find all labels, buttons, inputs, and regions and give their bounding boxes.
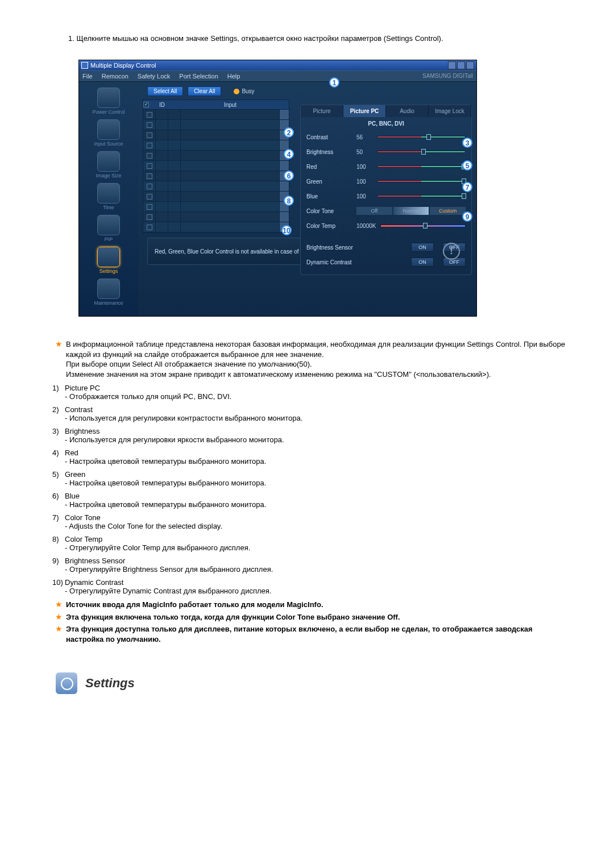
list-item: 3)Brightness- Используется для регулиров… xyxy=(52,427,569,444)
item-number: 1) xyxy=(52,384,65,401)
table-row[interactable] xyxy=(143,120,289,130)
callout-2: 2 xyxy=(284,127,294,138)
select-all-button[interactable]: Select All xyxy=(147,86,183,96)
table-row[interactable] xyxy=(143,130,289,140)
setting-label: Color Temp xyxy=(306,223,356,229)
item-title: Contrast xyxy=(65,405,93,414)
table-row[interactable] xyxy=(143,140,289,151)
table-row[interactable] xyxy=(143,110,289,120)
tab-audio[interactable]: Audio xyxy=(386,105,429,117)
menu-bar: File Remocon Safety Lock Port Selection … xyxy=(79,70,476,82)
setting-label: Color Tone xyxy=(306,208,356,214)
tab-picture[interactable]: Picture xyxy=(301,105,343,117)
green-slider[interactable] xyxy=(377,180,466,182)
settings-section-icon xyxy=(56,672,77,694)
sidebar-item-label: Time xyxy=(79,205,138,210)
item-number: 3) xyxy=(52,427,65,444)
red-slider[interactable] xyxy=(377,165,466,168)
list-item: 9)Brightness Sensor- Отрегулируйте Brigh… xyxy=(52,556,569,574)
setting-value: 100 xyxy=(356,178,377,185)
color-tone-custom[interactable]: Custom xyxy=(430,207,466,215)
on-off-toggle: ON OFF xyxy=(411,258,466,267)
setting-red: Red 100 xyxy=(301,160,471,175)
blue-slider[interactable] xyxy=(377,195,466,197)
sidebar-item-input-source[interactable]: Input Source xyxy=(79,119,138,147)
color-tone-normal[interactable]: Normal xyxy=(393,207,429,215)
sidebar-item-settings[interactable]: Settings xyxy=(79,247,138,274)
note-text: Эта функция включена только тогда, когда… xyxy=(66,612,400,622)
sidebar-item-time[interactable]: Time xyxy=(79,183,138,210)
row-checkbox[interactable] xyxy=(147,225,152,230)
sidebar-item-image-size[interactable]: Image Size xyxy=(79,151,138,178)
table-row[interactable] xyxy=(143,181,289,192)
setting-color-tone: Color Tone Off Normal Custom xyxy=(301,204,471,219)
close-icon[interactable] xyxy=(466,61,474,69)
maximize-icon[interactable] xyxy=(457,61,465,69)
item-sub: - Adjusts the Color Tone for the selecte… xyxy=(65,522,569,530)
table-row[interactable] xyxy=(143,202,289,212)
clear-all-button[interactable]: Clear All xyxy=(188,86,221,96)
note-line: При выборе опции Select All отображается… xyxy=(66,360,312,368)
table-row[interactable] xyxy=(143,151,289,161)
app-window: Multiple Display Control File Remocon Sa… xyxy=(78,60,477,317)
sidebar-item-power-control[interactable]: Power Control xyxy=(79,88,138,115)
col-id[interactable]: ID xyxy=(156,102,168,108)
row-checkbox[interactable] xyxy=(147,194,152,200)
on-button[interactable]: ON xyxy=(411,243,434,252)
menu-port-selection[interactable]: Port Selection xyxy=(179,73,218,80)
row-checkbox[interactable] xyxy=(147,163,152,169)
setting-label: Brightness xyxy=(306,149,356,155)
menu-help[interactable]: Help xyxy=(227,73,240,80)
item-number: 10) xyxy=(52,578,65,595)
menu-remocon[interactable]: Remocon xyxy=(102,73,128,80)
window-buttons xyxy=(448,61,474,69)
col-input[interactable]: Input xyxy=(181,102,280,108)
table-row[interactable] xyxy=(143,192,289,202)
star-icon: ★ xyxy=(51,624,66,644)
table-row[interactable] xyxy=(143,171,289,181)
setting-value: 50 xyxy=(356,149,377,155)
row-checkbox[interactable] xyxy=(147,122,152,128)
row-checkbox[interactable] xyxy=(147,112,152,118)
brand-label: SAMSUNG DIGITall xyxy=(422,73,473,80)
sidebar-item-maintenance[interactable]: Maintenance xyxy=(79,279,138,306)
minimize-icon[interactable] xyxy=(448,61,456,69)
panel-tabs: Picture Picture PC Audio Image Lock xyxy=(301,105,471,117)
note-text: Эта функция доступна только для дисплеев… xyxy=(66,624,569,644)
color-temp-slider[interactable] xyxy=(380,225,466,227)
item-title: Blue xyxy=(65,492,80,500)
list-item: 10)Dynamic Contrast- Отрегулируйте Dynam… xyxy=(52,578,569,595)
row-checkbox[interactable] xyxy=(147,132,152,138)
input-icon xyxy=(97,119,120,140)
section-title: Settings xyxy=(85,676,135,691)
row-checkbox[interactable] xyxy=(147,184,152,189)
table-row[interactable] xyxy=(143,222,289,232)
row-checkbox[interactable] xyxy=(147,204,152,210)
contrast-slider[interactable] xyxy=(377,136,466,138)
app-title: Multiple Display Control xyxy=(90,62,448,69)
tab-picture-pc[interactable]: Picture PC xyxy=(343,105,386,117)
star-note-bold: ★Источник ввода для MagicInfo работает т… xyxy=(51,600,569,610)
toolbar: Select All Clear All Busy xyxy=(143,86,472,96)
row-checkbox[interactable] xyxy=(147,153,152,159)
menu-safety-lock[interactable]: Safety Lock xyxy=(138,73,170,80)
menu-file[interactable]: File xyxy=(82,73,93,80)
star-icon: ★ xyxy=(51,600,66,610)
callout-8: 8 xyxy=(284,196,294,206)
checkbox-header[interactable] xyxy=(143,102,149,107)
item-number: 6) xyxy=(52,492,65,509)
table-row[interactable] xyxy=(143,161,289,171)
sidebar-item-pip[interactable]: PIP xyxy=(79,215,138,242)
brightness-slider[interactable] xyxy=(377,151,466,153)
color-tone-off[interactable]: Off xyxy=(356,207,392,215)
row-checkbox[interactable] xyxy=(147,214,152,220)
on-button[interactable]: ON xyxy=(411,258,434,267)
numbered-list: 1)Picture PC- Отображается только для оп… xyxy=(52,384,569,595)
row-checkbox[interactable] xyxy=(147,143,152,148)
tab-image-lock[interactable]: Image Lock xyxy=(429,105,471,117)
table-row[interactable] xyxy=(143,212,289,222)
setting-value: 56 xyxy=(356,134,377,140)
list-item: 5)Green- Настройка цветовой температуры … xyxy=(52,470,569,487)
row-checkbox[interactable] xyxy=(147,173,152,179)
color-tone-selector[interactable]: Off Normal Custom xyxy=(356,207,466,215)
